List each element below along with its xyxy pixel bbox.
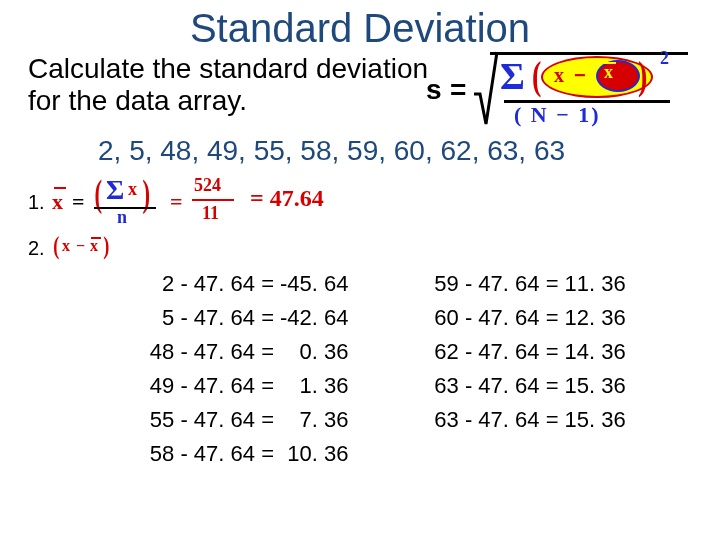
calc-row: 55 - 47. 64 = 7. 36 63 - 47. 64 = 15. 36 <box>124 403 626 437</box>
calc-row: 48 - 47. 64 = 0. 36 62 - 47. 64 = 14. 36 <box>124 335 626 369</box>
s2-minus: − <box>76 237 85 255</box>
formula-denom: ( N − 1) <box>514 102 601 128</box>
s1-x: x <box>128 179 137 200</box>
calc-row: 2 - 47. 64 = -45. 64 59 - 47. 64 = 11. 3… <box>124 267 626 301</box>
calc-lhs: 2 - 47. 64 = <box>124 267 280 301</box>
calc-res: 0. 36 <box>280 335 399 369</box>
sd-formula: s = Σ ( x − x ) 2 ( N − 1) <box>426 44 696 134</box>
s1-eq1: = <box>72 189 85 215</box>
calc-res2: 11. 36 <box>565 267 626 301</box>
calc-res: 7. 36 <box>280 403 399 437</box>
s2-xbar: x <box>90 237 98 255</box>
calc-lhs: 55 - 47. 64 = <box>124 403 280 437</box>
formula-s: s <box>426 74 442 106</box>
paren-close: ) <box>638 52 647 99</box>
calc-res: 1. 36 <box>280 369 399 403</box>
steps-block: 1. x = ( Σ x ) n = 524 11 = 47.64 2. ( <box>28 175 692 261</box>
s1-n: n <box>117 207 127 228</box>
calc-lhs: 5 - 47. 64 = <box>124 301 280 335</box>
calc-res: -45. 64 <box>280 267 399 301</box>
calc-row: 5 - 47. 64 = -42. 64 60 - 47. 64 = 12. 3… <box>124 301 626 335</box>
calc-res2: 15. 36 <box>565 403 626 437</box>
calc-res: 10. 36 <box>280 437 399 471</box>
paren-open: ( <box>532 52 541 99</box>
formula-squared: 2 <box>660 48 669 69</box>
calc-lhs: 58 - 47. 64 = <box>124 437 280 471</box>
calc-lhs: 49 - 47. 64 = <box>124 369 280 403</box>
calc-lhs2: 63 - 47. 64 = <box>399 403 565 437</box>
formula-xbar: x <box>604 62 613 83</box>
s1-fraction-bar-2 <box>192 199 234 201</box>
calc-row: 58 - 47. 64 = 10. 36 <box>124 437 626 471</box>
calc-lhs2: 60 - 47. 64 = <box>399 301 565 335</box>
calc-grid: 2 - 47. 64 = -45. 64 59 - 47. 64 = 11. 3… <box>124 267 692 471</box>
s1-denominator: 11 <box>202 203 219 224</box>
radical-icon <box>472 50 498 128</box>
formula-minus: − <box>574 64 586 87</box>
step-1: 1. x = ( Σ x ) n = 524 11 = 47.64 <box>28 175 692 229</box>
calc-lhs: 48 - 47. 64 = <box>124 335 280 369</box>
s1-xbar: x <box>52 189 63 215</box>
calc-res: -42. 64 <box>280 301 399 335</box>
data-array: 2, 5, 48, 49, 55, 58, 59, 60, 62, 63, 63 <box>98 135 692 167</box>
ellipse-red <box>596 60 640 92</box>
formula-eq: = <box>450 74 466 106</box>
s1-eq2: = <box>170 189 183 215</box>
calc-lhs2: 62 - 47. 64 = <box>399 335 565 369</box>
s2-paren-close: ) <box>103 231 109 261</box>
calc-res2 <box>565 437 626 471</box>
calc-lhs2: 59 - 47. 64 = <box>399 267 565 301</box>
sigma-icon: Σ <box>500 54 525 98</box>
step-1-number: 1. <box>28 191 52 214</box>
step-2-formula: ( x − x ) <box>52 235 132 261</box>
formula-x: x <box>554 64 564 87</box>
calc-row: 49 - 47. 64 = 1. 36 63 - 47. 64 = 15. 36 <box>124 369 626 403</box>
s1-result: = 47.64 <box>250 185 324 212</box>
calc-lhs2: 63 - 47. 64 = <box>399 369 565 403</box>
s2-x: x <box>62 237 70 255</box>
step-1-formula: x = ( Σ x ) n = 524 11 = 47.64 <box>52 175 372 229</box>
slide: Standard Deviation Calculate the standar… <box>0 0 720 540</box>
s1-sigma-icon: Σ <box>106 174 124 206</box>
calc-res2: 14. 36 <box>565 335 626 369</box>
s2-paren-open: ( <box>53 231 59 261</box>
calc-res2: 12. 36 <box>565 301 626 335</box>
step-2-number: 2. <box>28 237 52 260</box>
calc-res2: 15. 36 <box>565 369 626 403</box>
step-2: 2. ( x − x ) <box>28 235 692 261</box>
s1-numerator: 524 <box>194 175 221 196</box>
subtitle-text: Calculate the standard deviation for the… <box>28 53 448 117</box>
calc-lhs2 <box>399 437 565 471</box>
